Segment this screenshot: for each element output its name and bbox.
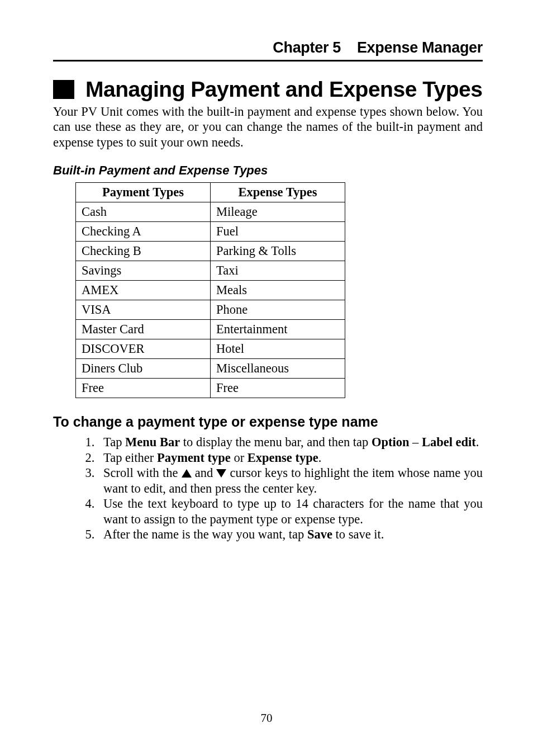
cell-payment: VISA	[76, 300, 211, 320]
table-row: Checking BParking & Tolls	[76, 242, 345, 261]
table-header-row: Payment Types Expense Types	[76, 183, 345, 202]
col-expense-types: Expense Types	[211, 183, 345, 202]
cursor-down-icon	[216, 469, 226, 478]
cell-expense: Free	[211, 379, 345, 398]
cell-expense: Miscellaneous	[211, 359, 345, 379]
cell-payment: Cash	[76, 202, 211, 222]
table-row: Master CardEntertainment	[76, 320, 345, 339]
cursor-up-icon	[182, 469, 192, 478]
cell-payment: AMEX	[76, 281, 211, 300]
cell-expense: Entertainment	[211, 320, 345, 339]
table-row: DISCOVERHotel	[76, 339, 345, 359]
table-row: FreeFree	[76, 379, 345, 398]
cell-payment: Savings	[76, 261, 211, 281]
howto-steps: Tap Menu Bar to display the menu bar, an…	[53, 434, 483, 542]
page-number: 70	[0, 711, 533, 725]
step-1: Tap Menu Bar to display the menu bar, an…	[98, 434, 483, 450]
chapter-label: Chapter 5	[273, 39, 341, 56]
table-row: Diners ClubMiscellaneous	[76, 359, 345, 379]
section-title: Managing Payment and Expense Types	[85, 77, 482, 102]
table-heading: Built-in Payment and Expense Types	[53, 163, 483, 178]
howto-heading: To change a payment type or expense type…	[53, 414, 483, 430]
cell-expense: Parking & Tolls	[211, 242, 345, 261]
cell-expense: Hotel	[211, 339, 345, 359]
cell-payment: Checking A	[76, 222, 211, 242]
step-5: After the name is the way you want, tap …	[98, 527, 483, 542]
table-row: VISAPhone	[76, 300, 345, 320]
cell-expense: Phone	[211, 300, 345, 320]
cell-expense: Taxi	[211, 261, 345, 281]
step-3: Scroll with the and cursor keys to highl…	[98, 465, 483, 496]
section-title-row: Managing Payment and Expense Types	[53, 77, 483, 102]
table-row: AMEXMeals	[76, 281, 345, 300]
cell-expense: Mileage	[211, 202, 345, 222]
cell-expense: Fuel	[211, 222, 345, 242]
cell-payment: DISCOVER	[76, 339, 211, 359]
cell-payment: Diners Club	[76, 359, 211, 379]
cell-expense: Meals	[211, 281, 345, 300]
section-marker-icon	[53, 80, 74, 99]
step-2: Tap either Payment type or Expense type.	[98, 450, 483, 465]
table-row: SavingsTaxi	[76, 261, 345, 281]
chapter-header: Chapter 5 Expense Manager	[53, 39, 483, 62]
step-4: Use the text keyboard to type up to 14 c…	[98, 496, 483, 527]
types-table: Payment Types Expense Types CashMileage …	[75, 182, 345, 398]
col-payment-types: Payment Types	[76, 183, 211, 202]
table-row: CashMileage	[76, 202, 345, 222]
cell-payment: Checking B	[76, 242, 211, 261]
chapter-title: Expense Manager	[357, 39, 483, 56]
section-intro: Your PV Unit comes with the built-in pay…	[53, 104, 483, 150]
table-row: Checking AFuel	[76, 222, 345, 242]
cell-payment: Free	[76, 379, 211, 398]
cell-payment: Master Card	[76, 320, 211, 339]
